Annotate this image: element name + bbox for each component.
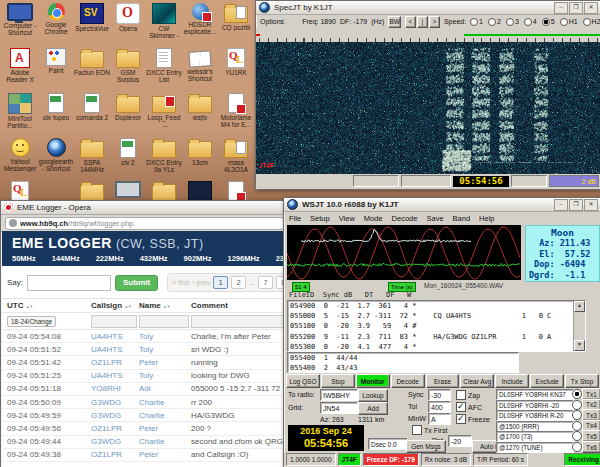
wsjt-button[interactable]: Include	[495, 374, 529, 388]
desktop-icon[interactable]: DXCC Entry 9a YLs	[146, 138, 182, 183]
band-link[interactable]: 432MHz	[140, 254, 168, 263]
band-link[interactable]: 222MHz	[96, 254, 124, 263]
desktop-icon[interactable]	[182, 181, 218, 202]
waterfall-canvas[interactable]	[256, 42, 600, 174]
submit-button[interactable]: Submit	[115, 275, 158, 291]
desktop-icon[interactable]: Loop_Feed_...	[146, 93, 182, 138]
sort-icon[interactable]: ▲▼	[25, 304, 32, 309]
band-link[interactable]: 144MHz	[52, 254, 80, 263]
dsec-field[interactable]: Dsec 0.0	[368, 438, 408, 450]
desktop-icon[interactable]: comanda 2	[74, 93, 110, 138]
menu-item[interactable]: Band	[453, 214, 471, 223]
menu-item[interactable]: View	[339, 214, 355, 223]
desktop-icon[interactable]: Duplexor	[110, 93, 146, 138]
tx-radio-icon[interactable]	[572, 389, 582, 399]
desktop-icon[interactable]: wsjtx	[182, 93, 218, 138]
desktop-icon[interactable]: websdr's Shortcut	[182, 48, 218, 93]
url-field[interactable]: www.hb9q.ch/hb9q/wf/logger.php	[5, 217, 284, 230]
add-button[interactable]: Add	[358, 402, 388, 415]
say-input[interactable]	[27, 275, 111, 291]
tx-message-field[interactable]: @1500 (RRR)	[496, 421, 574, 432]
wsjt-titlebar[interactable]: WSJT 10.0 r6088 by K1JT	[284, 198, 600, 212]
column-header-utc[interactable]: UTC▲▼	[2, 301, 91, 310]
tx-radio-icon[interactable]	[572, 400, 582, 410]
desktop-icon[interactable]: olx tupeu	[38, 93, 74, 138]
scroll-down-icon[interactable]: ▼	[574, 340, 585, 351]
wsjt-button[interactable]: Erase	[426, 374, 460, 388]
desktop-icon[interactable]: Yahoo! Messenger	[2, 138, 38, 183]
desktop-icon[interactable]: Computer - Shortcut	[2, 3, 38, 48]
desktop-icon[interactable]: CQ pozitii	[218, 3, 254, 48]
desktop-icon[interactable]: masa 4L3O1A	[218, 138, 254, 183]
minimize-icon[interactable]	[554, 2, 568, 14]
wsjt-button[interactable]: Decode	[391, 374, 425, 388]
tx-message-field[interactable]: DL0SHF YO8RHI -20	[496, 400, 574, 411]
minw-input[interactable]: A	[428, 413, 451, 425]
speed-radio-option[interactable]: H2	[583, 18, 600, 26]
desktop-icon[interactable]: Factun EON	[74, 48, 110, 93]
tx-first-checkbox[interactable]: Tx First	[412, 425, 447, 435]
band-link[interactable]: 50MHz	[12, 254, 36, 263]
scroll-up-icon[interactable]: ▲	[574, 301, 585, 312]
desktop-icon[interactable]: CW Skimmer - Shortcut	[146, 3, 182, 48]
specjt-options-menu[interactable]: Options	[260, 18, 284, 25]
column-header-callsign[interactable]: Callsign▲▼	[91, 301, 139, 310]
tx-radio-icon[interactable]	[572, 431, 582, 441]
cell-name[interactable]: Charlie	[139, 437, 191, 446]
freq-nudge-button[interactable]: >	[429, 16, 440, 28]
speed-radio-option[interactable]: 2	[488, 18, 501, 26]
speed-radio-option[interactable]: H1	[560, 18, 578, 26]
wsjt-button[interactable]: Log QSO	[286, 374, 320, 388]
specjt-titlebar[interactable]: SpecJT by K1JT	[256, 1, 600, 15]
wsjt-button[interactable]: Stop	[321, 374, 355, 388]
minimize-icon[interactable]	[554, 199, 568, 211]
page-link[interactable]: 7	[258, 276, 273, 289]
desktop-icon[interactable]: googleearth - Shortcut	[38, 138, 74, 183]
desktop-icon[interactable]: GSM Surplus	[110, 48, 146, 93]
desktop-icon[interactable]: Motorlame M4 for E...	[218, 93, 254, 138]
afc-checkbox[interactable]: AFC	[456, 402, 482, 412]
wsjt-button[interactable]: Clear Avg	[460, 374, 494, 388]
tx-radio-icon[interactable]	[572, 442, 582, 452]
grid-input[interactable]: JN54	[320, 402, 358, 414]
browser-titlebar[interactable]: EME Logger - Opera	[1, 201, 288, 215]
page-link[interactable]: ...	[249, 279, 255, 286]
tx-message-field[interactable]: @1270 (TUNE)	[496, 442, 574, 453]
cell-callsign[interactable]: OZ1LPR	[91, 424, 139, 433]
column-header-name[interactable]: Name▲▼	[139, 301, 191, 310]
cell-name[interactable]: Toly	[139, 345, 191, 354]
desktop-icon[interactable]	[146, 181, 182, 202]
desktop-icon[interactable]: DXCC Entry List	[146, 48, 182, 93]
decode-scrollbar[interactable]: ▲ ▼	[573, 301, 585, 351]
band-link[interactable]: 1296MHz	[228, 254, 260, 263]
site-badge-icon[interactable]	[9, 219, 17, 227]
menu-item[interactable]: Mode	[364, 214, 383, 223]
cell-callsign[interactable]: UA4HTS	[91, 371, 139, 380]
desktop-icon[interactable]: SpectraVue	[74, 3, 110, 48]
to-radio-input[interactable]: IW5BHY	[320, 389, 358, 401]
cell-callsign[interactable]: G3WDG	[91, 398, 139, 407]
desktop-icon[interactable]: SSPA 144MHz	[74, 138, 110, 183]
cell-callsign[interactable]: OZ1LPR	[91, 450, 139, 459]
desktop-icon[interactable]	[74, 181, 110, 202]
frequency-ruler[interactable]	[256, 28, 600, 42]
freq-nudge-button[interactable]: <	[405, 16, 416, 28]
column-header-comment[interactable]: Comment	[191, 301, 287, 310]
wsjt-button[interactable]: Monitor	[356, 374, 390, 388]
band-link[interactable]: 902MHz	[184, 254, 212, 263]
page-link[interactable]: « first	[172, 279, 189, 286]
cell-name[interactable]: Toly	[139, 332, 191, 341]
desktop-icon[interactable]: 13cm	[182, 138, 218, 183]
bw-button[interactable]: BW	[388, 16, 400, 28]
callsign-filter-input[interactable]	[91, 315, 137, 328]
cell-name[interactable]: Peter	[139, 450, 191, 459]
menu-item[interactable]: File	[289, 214, 301, 223]
desktop-icon[interactable]: HDSDR explicatie...	[182, 3, 218, 48]
tol-input[interactable]: 400	[428, 401, 451, 413]
desktop-icon[interactable]: Adobe Reader X	[2, 48, 38, 93]
cell-callsign[interactable]: OZ1LPR	[91, 358, 139, 367]
cell-name[interactable]: Adi	[139, 384, 191, 393]
tx-message-field[interactable]: DL0SHF YO8RHI R-20	[496, 410, 574, 421]
cell-callsign[interactable]: YO8RHI	[91, 384, 139, 393]
desktop-icon[interactable]: YU1RK	[218, 48, 254, 93]
